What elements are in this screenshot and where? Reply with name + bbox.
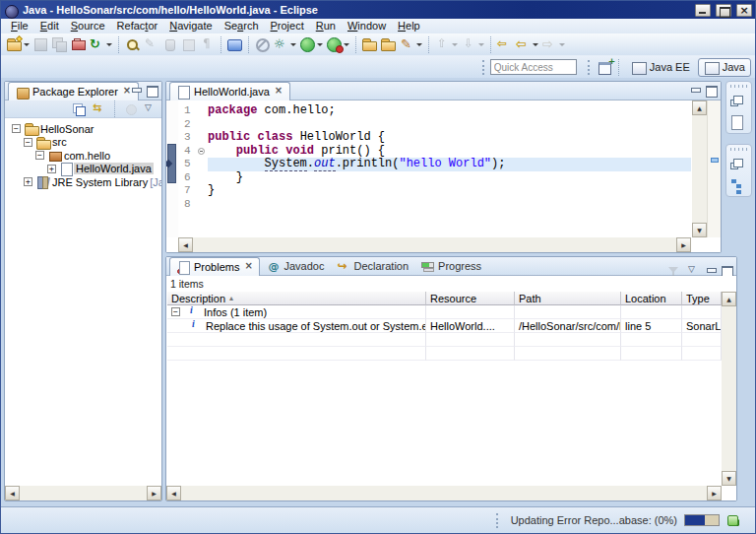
annotation-ruler[interactable] [166,100,178,237]
expander-minus-icon[interactable]: − [12,124,21,133]
scroll-right-button[interactable] [147,486,161,501]
expander-minus-icon[interactable]: − [24,138,32,147]
problems-hscrollbar[interactable] [166,486,722,501]
column-header-location[interactable]: Location [621,292,682,305]
link-with-editor-button[interactable] [91,100,107,119]
expander-minus-icon[interactable]: − [35,151,44,160]
drag-grip[interactable] [730,148,747,151]
problem-row[interactable]: Replace this usage of System.out or Syst… [167,319,722,333]
code-line-3[interactable]: 3public class HelloWorld { [178,131,691,145]
tab-helloworld-java[interactable]: HelloWorld.java [169,82,290,100]
scroll-right-button[interactable] [707,486,722,501]
restore-view-button[interactable] [728,155,749,171]
menu-item-help[interactable]: Help [392,19,426,33]
link-with-editor-button[interactable] [253,34,272,54]
task-list-button[interactable] [728,112,749,129]
restore-view-button[interactable] [728,92,749,108]
outline-button[interactable] [728,175,749,192]
drag-grip[interactable] [730,85,747,88]
code-line-4[interactable]: 4 public void print() { [178,145,691,159]
code-line-6[interactable]: 6 } [178,171,691,185]
view-menu-button[interactable] [142,100,158,119]
tree-item-com-hello[interactable]: −com.hello [5,149,161,163]
scroll-left-button[interactable] [5,486,20,501]
column-header-description[interactable]: Description▴ [167,292,426,305]
save-button[interactable] [32,34,50,54]
column-header-type[interactable]: Type [682,292,722,305]
tab-declaration[interactable]: Declaration [330,257,414,275]
overview-ruler[interactable] [707,100,721,237]
menu-item-refactor[interactable]: Refactor [111,19,164,33]
print-button[interactable] [69,34,88,54]
menu-item-window[interactable]: Window [342,19,392,33]
tab-javadoc[interactable]: Javadoc [260,257,330,275]
menu-item-navigate[interactable]: Navigate [163,19,218,33]
back-button[interactable] [514,34,540,54]
tab-package-explorer[interactable]: Package Explorer [8,82,139,100]
scroll-down-button[interactable] [692,223,707,237]
debug-button[interactable] [272,34,298,54]
tree-item-src[interactable]: −src [5,136,161,150]
fold-collapse-icon[interactable] [198,148,205,155]
close-icon[interactable] [275,87,284,97]
perspective-java-ee[interactable]: Java EE [626,58,695,77]
window-close-button[interactable] [736,4,752,17]
expander-plus-icon[interactable]: + [24,177,32,186]
quick-access-input[interactable] [490,59,577,75]
menu-item-run[interactable]: Run [310,19,342,33]
new-wizard-button[interactable] [5,34,32,54]
save-all-button[interactable] [50,34,69,54]
expander-plus-icon[interactable]: + [47,165,56,173]
package-explorer-hscrollbar[interactable] [5,486,161,501]
tab-problems[interactable]: Problems [169,257,260,276]
minimize-view-button[interactable] [130,85,143,96]
menu-item-search[interactable]: Search [219,19,265,33]
show-whitespace-button[interactable] [198,34,217,54]
run-button[interactable] [298,34,325,54]
scroll-left-button[interactable] [166,486,181,501]
mark-occurrences-button[interactable] [142,34,160,54]
search-button[interactable] [123,34,142,54]
previous-annotation-button[interactable] [433,34,460,54]
scroll-left-button[interactable] [178,237,193,252]
last-edit-location-button[interactable] [495,34,514,54]
column-header-resource[interactable]: Resource [426,292,515,305]
code-line-1[interactable]: 1package com.hello; [178,104,691,118]
editor-hscrollbar[interactable] [178,237,691,252]
run-external-button[interactable] [325,34,351,54]
scroll-up-button[interactable] [692,100,707,115]
menu-item-edit[interactable]: Edit [34,19,65,33]
open-perspective-button[interactable] [596,57,614,77]
info-annotation-marker[interactable] [711,158,719,163]
format-button[interactable] [398,34,424,54]
build-all-button[interactable] [88,34,114,54]
open-resource-button[interactable] [379,34,398,54]
maximize-view-button[interactable] [146,85,158,96]
tree-item-hellosonar[interactable]: −HelloSonar [5,122,161,136]
column-header-path[interactable]: Path [515,292,621,305]
menu-item-project[interactable]: Project [265,19,310,33]
expander-minus-icon[interactable]: − [171,307,180,316]
code-line-7[interactable]: 7} [178,184,691,198]
open-console-button[interactable] [225,34,244,54]
perspective-java[interactable]: Java [698,58,751,77]
perspective-drag-grip[interactable] [588,60,591,75]
tab-progress[interactable]: Progress [414,257,487,275]
tree-item-helloworld-java[interactable]: +HelloWorld.java [5,163,161,176]
focus-button[interactable] [122,100,139,119]
menu-item-source[interactable]: Source [65,19,111,33]
create-snippet-button[interactable] [179,34,198,54]
minimize-view-button[interactable] [705,265,718,276]
code-line-8[interactable]: 8 [178,198,691,212]
forward-button[interactable] [540,34,567,54]
menu-item-file[interactable]: File [5,19,34,33]
editor-vscrollbar[interactable] [692,100,707,237]
window-maximize-button[interactable] [716,4,731,17]
tree-item-jre-system-library[interactable]: +JRE System Library [JavaSE [5,175,161,189]
open-type-button[interactable] [360,34,379,54]
code-area[interactable]: 1package com.hello;23public class HelloW… [178,100,691,237]
collapse-all-button[interactable] [71,100,88,119]
scroll-right-button[interactable] [676,237,691,252]
code-line-5[interactable]: 5 System.out.println("hello World"); [178,158,691,171]
toolbar-drag-grip[interactable] [482,60,485,75]
